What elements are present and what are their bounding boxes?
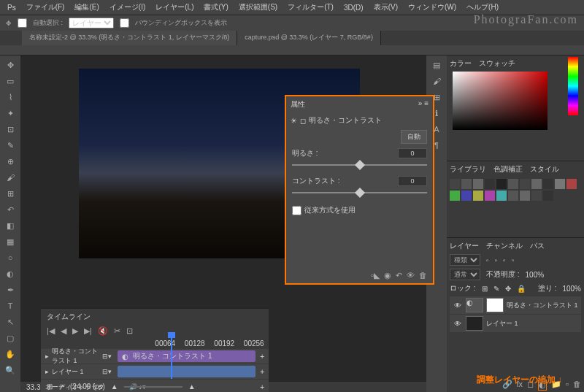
- paths-tab[interactable]: パス: [530, 241, 545, 251]
- blend-mode[interactable]: 通常: [450, 269, 480, 280]
- bounding-box-checkbox[interactable]: [120, 18, 129, 28]
- menu-help[interactable]: ヘルプ(H): [462, 1, 503, 14]
- layer-name[interactable]: レイヤー 1: [486, 319, 518, 328]
- add-clip-icon[interactable]: +: [256, 368, 269, 376]
- heal-tool[interactable]: ⊕: [3, 155, 18, 168]
- timeline-ruler[interactable]: 00064 00128 00192 00256: [150, 337, 269, 349]
- clip-brightness[interactable]: ◐明るさ・コントラスト 1: [118, 350, 256, 362]
- opacity-value[interactable]: 100%: [526, 271, 545, 279]
- track-menu-icon[interactable]: ⊟▾: [102, 353, 112, 360]
- track-menu-icon[interactable]: ⊟▾: [102, 368, 112, 375]
- menu-edit[interactable]: 編集(E): [70, 1, 103, 14]
- layer-row-adjustment[interactable]: 👁 ◐ 明るさ・コントラスト 1: [450, 296, 581, 314]
- menu-select[interactable]: 選択範囲(S): [234, 1, 282, 14]
- menu-window[interactable]: ウィンドウ(W): [404, 1, 461, 14]
- crop-tool[interactable]: ⊡: [3, 123, 18, 136]
- collapse-icon[interactable]: »: [418, 99, 423, 107]
- swatch[interactable]: [555, 179, 565, 189]
- track-expand-icon[interactable]: ▸: [45, 353, 49, 360]
- add-clip-icon[interactable]: +: [256, 353, 269, 361]
- swatch[interactable]: [450, 179, 460, 189]
- menu-view[interactable]: 表示(V): [369, 1, 402, 14]
- zoom-slider[interactable]: [124, 386, 182, 388]
- goto-start-icon[interactable]: |◀: [47, 326, 55, 336]
- swatch[interactable]: [485, 179, 495, 189]
- next-frame-icon[interactable]: ▶|: [84, 326, 92, 336]
- new-layer-icon[interactable]: ▫: [566, 380, 569, 391]
- hand-tool[interactable]: ✋: [3, 347, 18, 361]
- history-tool[interactable]: ↶: [3, 203, 18, 216]
- layer-name[interactable]: 明るさ・コントラスト 1: [507, 301, 578, 310]
- swatch[interactable]: [520, 179, 530, 189]
- auto-select-dropdown[interactable]: レイヤー: [69, 18, 114, 28]
- brush-tool[interactable]: 🖌: [3, 171, 18, 184]
- filter-icon[interactable]: ▫: [486, 256, 489, 264]
- move-tool[interactable]: ✥: [3, 58, 18, 72]
- eraser-tool[interactable]: ◧: [3, 219, 18, 232]
- trash-icon[interactable]: 🗑: [573, 380, 581, 391]
- lock-icon[interactable]: 🔒: [517, 285, 526, 293]
- brightness-slider[interactable]: [292, 160, 427, 170]
- hue-slider[interactable]: [568, 57, 578, 115]
- stamp-tool[interactable]: ⊞: [3, 187, 18, 200]
- layers-tab[interactable]: レイヤー: [450, 241, 479, 251]
- visibility-icon[interactable]: 👁: [453, 300, 463, 310]
- swatch[interactable]: [566, 179, 577, 189]
- clip-icon[interactable]: ▫◣: [371, 271, 380, 280]
- marquee-tool[interactable]: ▭: [3, 74, 18, 88]
- reset-icon[interactable]: ↶: [396, 271, 402, 280]
- swatch[interactable]: [520, 191, 530, 201]
- prev-state-icon[interactable]: ◉: [384, 271, 391, 280]
- menu-filter[interactable]: フィルター(T): [283, 1, 338, 14]
- delete-icon[interactable]: 🗑: [419, 271, 427, 280]
- add-audio-icon[interactable]: +: [256, 383, 269, 391]
- path-tool[interactable]: ↖: [3, 315, 18, 328]
- prev-frame-icon[interactable]: ◀: [61, 326, 66, 336]
- lock-icon[interactable]: ✎: [493, 285, 499, 293]
- color-picker[interactable]: [453, 72, 548, 130]
- swatch[interactable]: [461, 191, 472, 201]
- menu-file[interactable]: ファイル(F): [22, 1, 69, 14]
- zoom-tool[interactable]: 🔍: [3, 364, 18, 377]
- adjustments-tab[interactable]: 色調補正: [493, 164, 523, 174]
- shape-tool[interactable]: ▢: [3, 331, 18, 345]
- gradient-tool[interactable]: ▦: [3, 235, 18, 248]
- menu-type[interactable]: 書式(Y): [199, 1, 232, 14]
- mute-icon[interactable]: 🔇: [98, 326, 108, 336]
- wand-tool[interactable]: ✦: [3, 107, 18, 120]
- swatch[interactable]: [531, 179, 542, 189]
- contrast-slider[interactable]: [292, 188, 427, 198]
- playhead[interactable]: [171, 335, 172, 379]
- zoom-out-icon[interactable]: ▲: [111, 383, 118, 391]
- timeline-options-icon[interactable]: ⊞: [47, 383, 53, 391]
- blur-tool[interactable]: ○: [3, 251, 18, 264]
- swatches-tab[interactable]: スウォッチ: [479, 58, 515, 69]
- layer-filter[interactable]: 種類: [450, 254, 480, 266]
- library-tab[interactable]: ライブラリ: [450, 164, 486, 174]
- color-tab[interactable]: カラー: [450, 58, 472, 69]
- auto-select-checkbox[interactable]: [18, 18, 27, 28]
- swatch[interactable]: [461, 179, 472, 189]
- swatch[interactable]: [508, 179, 518, 189]
- layer-row-image[interactable]: 👁 レイヤー 1: [450, 315, 581, 332]
- lock-icon[interactable]: ✥: [505, 285, 511, 293]
- filter-icon[interactable]: ▫: [503, 256, 506, 264]
- eyedropper-tool[interactable]: ✎: [3, 139, 18, 152]
- swatch[interactable]: [531, 191, 542, 201]
- lasso-tool[interactable]: ⌇: [3, 91, 18, 104]
- tab-doc2[interactable]: capture.psd @ 33.3% (レイヤー 7, RGB/8#): [237, 31, 381, 45]
- auto-button[interactable]: 自動: [401, 130, 427, 144]
- contrast-input[interactable]: [398, 176, 427, 186]
- swatch[interactable]: [508, 191, 518, 201]
- panel-menu-icon[interactable]: ≡: [424, 99, 429, 107]
- filter-icon[interactable]: ▫: [495, 256, 498, 264]
- swatch[interactable]: [473, 191, 483, 201]
- mask-mode-icon[interactable]: ◻: [300, 117, 306, 125]
- track-expand-icon[interactable]: ▸: [45, 368, 49, 375]
- brightness-input[interactable]: [398, 148, 427, 158]
- styles-tab[interactable]: スタイル: [530, 164, 559, 174]
- clip-layer1[interactable]: [118, 366, 256, 377]
- lock-icon[interactable]: ⊞: [482, 285, 488, 293]
- menu-layer[interactable]: レイヤー(L): [151, 1, 198, 14]
- channels-tab[interactable]: チャンネル: [486, 241, 523, 251]
